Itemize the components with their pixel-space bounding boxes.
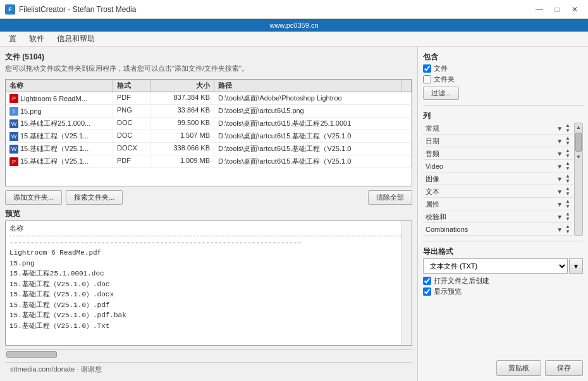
column-item[interactable]: 日期 ▼ ▲ ▼: [423, 135, 573, 147]
column-item[interactable]: 图像 ▼ ▲ ▼: [423, 173, 573, 185]
scroll-up-arrow[interactable]: ▲: [575, 123, 582, 131]
horizontal-scrollbar[interactable]: [5, 349, 412, 358]
column-chevron-icon[interactable]: ▼: [556, 138, 563, 145]
columns-with-scroll: 常规 ▼ ▲ ▼ 日期 ▼ ▲ ▼ 音频 ▼ ▲ ▼ Video ▼ ▲: [423, 123, 583, 236]
column-chevron-icon[interactable]: ▼: [556, 150, 563, 157]
column-item[interactable]: 文本 ▼ ▲ ▼: [423, 186, 573, 198]
table-row[interactable]: W 15.基础工程（V25.1... DOCX 338.066 KB D:\to…: [6, 143, 412, 155]
column-down-arrow[interactable]: ▼: [565, 166, 570, 171]
columns-list: 常规 ▼ ▲ ▼ 日期 ▼ ▲ ▼ 音频 ▼ ▲ ▼ Video ▼ ▲: [423, 123, 573, 236]
preview-line: 15.基础工程（V25.1.0）.pdf.bak: [9, 310, 408, 321]
column-chevron-icon[interactable]: ▼: [556, 125, 563, 132]
cell-size: 338.066 KB: [151, 143, 214, 155]
column-down-arrow[interactable]: ▼: [565, 229, 570, 234]
column-chevron-icon[interactable]: ▼: [556, 201, 563, 208]
file-buttons-row: 添加文件夹... 搜索文件夹... 清除全部: [5, 190, 412, 205]
left-panel: 文件 (5104) 您可以拖动文件或文件夹到应用程序，或者您可以点击"添加文件/…: [0, 47, 417, 381]
menu-bar: 置 软件 信息和帮助: [0, 32, 588, 47]
open-after-create-checkbox[interactable]: [423, 277, 431, 285]
column-down-arrow[interactable]: ▼: [565, 191, 570, 197]
preview-line: 15.基础工程25.1.0001.doc: [9, 269, 408, 279]
column-down-arrow[interactable]: ▼: [565, 141, 570, 146]
open-after-create-row: 打开文件之后创建: [423, 276, 583, 286]
column-label: Combinations: [426, 226, 556, 233]
cell-format: DOC: [113, 130, 151, 142]
export-format-row: 文本文件 (TXT)CSVExcelHTMLXML ▼: [423, 258, 583, 274]
export-title: 导出格式: [423, 246, 583, 257]
export-select[interactable]: 文本文件 (TXT)CSVExcelHTMLXML: [423, 258, 568, 274]
cell-name: W 15.基础工程25.1.000...: [6, 118, 113, 130]
table-body[interactable]: P Lightroom 6 ReadM... PDF 837.384 KB D:…: [6, 92, 412, 184]
column-chevron-icon[interactable]: ▼: [556, 226, 563, 233]
table-row[interactable]: I 15.png PNG 33.864 KB D:\tools\桌面\artcu…: [6, 105, 412, 118]
scroll-down-arrow[interactable]: ▼: [575, 153, 582, 161]
show-preview-checkbox[interactable]: [423, 287, 431, 296]
column-label: 音频: [426, 149, 556, 159]
column-arrows: ▲ ▼: [565, 148, 570, 159]
title-bar: F FilelistCreator - Stefan Trost Media —…: [0, 0, 588, 19]
column-arrows: ▲ ▼: [565, 199, 570, 209]
column-item[interactable]: 校验和 ▼ ▲ ▼: [423, 211, 573, 223]
save-button[interactable]: 保存: [545, 360, 583, 376]
file-icon: W: [9, 132, 18, 141]
table-row[interactable]: P 15.基础工程（V25.1... PDF 1.009 MB D:\tools…: [6, 155, 412, 168]
column-item[interactable]: Combinations ▼ ▲ ▼: [423, 224, 573, 236]
preview-line: 15.基础工程（V25.1.0）.docx: [9, 289, 408, 300]
maximize-button[interactable]: □: [549, 3, 565, 16]
header-name: 名称: [6, 80, 113, 92]
cell-size: 33.864 KB: [151, 105, 214, 117]
folders-checkbox-row: 文件夹: [423, 75, 583, 84]
column-item[interactable]: 常规 ▼ ▲ ▼: [423, 123, 573, 135]
files-section-title: 文件 (5104): [5, 52, 412, 63]
clear-all-button[interactable]: 清除全部: [368, 190, 412, 205]
preview-title: 预览: [5, 209, 412, 219]
column-down-arrow[interactable]: ▼: [565, 204, 570, 209]
close-button[interactable]: ✕: [567, 3, 583, 16]
cell-format: DOC: [113, 118, 151, 130]
table-row[interactable]: W 15.基础工程（V25.1... DOC 1.507 MB D:\tools…: [6, 130, 412, 143]
menu-item-software[interactable]: 软件: [24, 32, 49, 45]
app-icon: F: [5, 4, 15, 15]
folders-checkbox[interactable]: [423, 75, 431, 83]
column-label: 文本: [426, 187, 556, 197]
column-item[interactable]: 属性 ▼ ▲ ▼: [423, 198, 573, 210]
add-folder-button[interactable]: 添加文件夹...: [5, 190, 62, 205]
search-folder-button[interactable]: 搜索文件夹...: [66, 190, 123, 205]
file-name: Lightroom 6 ReadM...: [20, 95, 87, 102]
menu-item-settings[interactable]: 置: [4, 32, 21, 45]
column-down-arrow[interactable]: ▼: [565, 128, 570, 133]
preview-scrollbar[interactable]: [401, 221, 412, 345]
export-dropdown-button[interactable]: ▼: [569, 258, 583, 274]
files-checkbox[interactable]: [423, 64, 431, 73]
divider-2: [423, 241, 583, 241]
column-label: 属性: [426, 200, 556, 209]
export-section: 导出格式 文本文件 (TXT)CSVExcelHTMLXML ▼ 打开文件之后创…: [423, 246, 583, 298]
table-row[interactable]: P Lightroom 6 ReadM... PDF 837.384 KB D:…: [6, 92, 412, 105]
column-chevron-icon[interactable]: ▼: [556, 176, 563, 183]
minimize-button[interactable]: —: [531, 3, 548, 16]
columns-scrollbar[interactable]: ▲ ▼: [574, 123, 583, 236]
menu-item-info[interactable]: 信息和帮助: [52, 32, 100, 45]
preview-box[interactable]: 名称 -------------------------------------…: [5, 221, 412, 346]
horizontal-scroll-thumb[interactable]: [6, 351, 57, 358]
column-item[interactable]: Video ▼ ▲ ▼: [423, 160, 573, 172]
file-icon: I: [9, 107, 18, 116]
column-item[interactable]: 音频 ▼ ▲ ▼: [423, 148, 573, 160]
column-chevron-icon[interactable]: ▼: [556, 214, 563, 221]
columns-title: 列: [423, 111, 583, 121]
scroll-thumb[interactable]: [575, 133, 582, 152]
column-down-arrow[interactable]: ▼: [565, 154, 570, 159]
column-chevron-icon[interactable]: ▼: [556, 163, 563, 170]
cell-path: D:\tools\桌面\artcut6\15.png: [214, 105, 412, 117]
clipboard-button[interactable]: 剪贴板: [496, 360, 541, 376]
column-down-arrow[interactable]: ▼: [565, 179, 570, 184]
preview-section: 预览 名称 ----------------------------------…: [5, 209, 412, 346]
file-name: 15.基础工程25.1.000...: [20, 119, 90, 128]
column-chevron-icon[interactable]: ▼: [556, 188, 563, 195]
filter-button[interactable]: 过滤...: [423, 87, 459, 100]
column-down-arrow[interactable]: ▼: [565, 217, 570, 222]
table-row[interactable]: W 15.基础工程25.1.000... DOC 99.500 KB D:\to…: [6, 118, 412, 130]
cell-name: P Lightroom 6 ReadM...: [6, 92, 113, 104]
cell-format: PNG: [113, 105, 151, 117]
cell-format: PDF: [113, 155, 151, 167]
